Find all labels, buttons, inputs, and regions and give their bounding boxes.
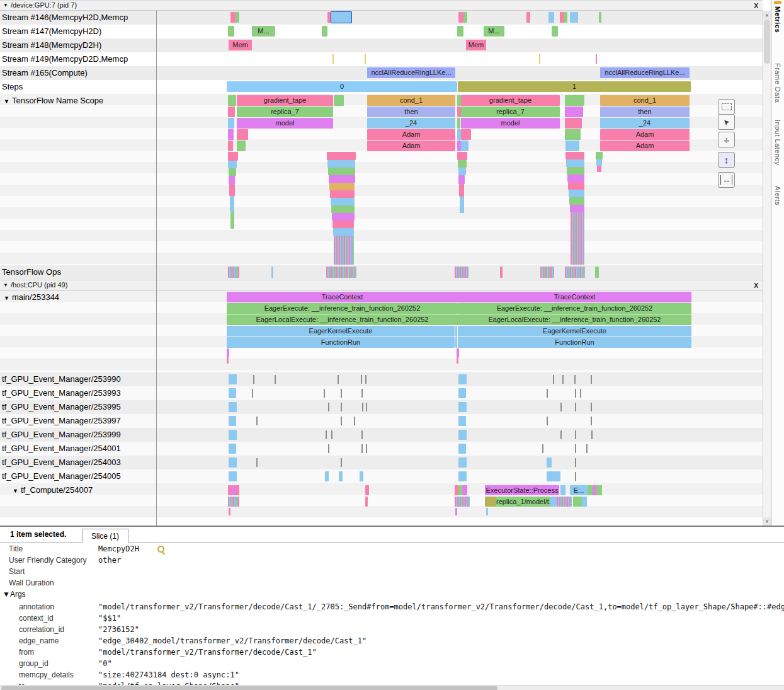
trace-slice[interactable] — [575, 472, 576, 481]
row-label-tf-compute[interactable]: ▼tf_Compute/254007 — [0, 483, 155, 497]
trace-slice[interactable] — [548, 12, 554, 23]
trace-slice[interactable] — [341, 417, 342, 425]
tab-alerts[interactable]: Alerts — [774, 186, 781, 205]
trace-slice-nccl[interactable]: ncclAllReduceRingLLKe... — [600, 67, 690, 78]
trace-slice[interactable] — [331, 430, 332, 439]
trace-slice[interactable] — [458, 374, 467, 384]
trace-slice[interactable] — [230, 12, 236, 23]
trace-slice-cluster[interactable] — [326, 267, 356, 278]
trace-slice[interactable] — [338, 375, 339, 384]
trace-slice[interactable] — [366, 444, 367, 453]
trace-slice[interactable] — [330, 190, 355, 198]
trace-slice[interactable] — [230, 196, 234, 211]
trace-slice[interactable] — [599, 12, 601, 23]
trace-slice-trace-context[interactable]: TraceContext — [458, 292, 691, 302]
trace-slice[interactable] — [328, 403, 329, 411]
trace-slice[interactable] — [341, 403, 342, 411]
trace-slice[interactable] — [328, 168, 355, 175]
trace-slice-model[interactable]: model — [237, 118, 333, 129]
trace-slice[interactable] — [341, 458, 342, 467]
collapse-arrow-icon[interactable]: ▼ — [3, 280, 8, 290]
trace-slice[interactable] — [332, 221, 354, 228]
magnifier-icon[interactable] — [157, 546, 164, 553]
trace-slice[interactable] — [228, 141, 233, 151]
trace-slice-replica7[interactable]: replica_7 — [237, 106, 333, 117]
trace-slice[interactable] — [458, 160, 467, 168]
vertical-zoom-tool-button[interactable]: ↕ — [718, 152, 735, 168]
trace-slice[interactable] — [500, 267, 503, 278]
selected-trace-slice[interactable] — [331, 11, 352, 23]
args-header-row[interactable]: ▼Args — [0, 589, 784, 600]
trace-slice-24[interactable]: _24 — [367, 118, 455, 129]
trace-slice[interactable] — [458, 430, 467, 440]
trace-slice[interactable] — [275, 375, 276, 384]
trace-slice[interactable] — [591, 403, 592, 411]
trace-slice[interactable] — [332, 54, 334, 64]
label-track-divider[interactable] — [156, 11, 157, 526]
trace-slice[interactable] — [236, 12, 239, 23]
trace-slice[interactable] — [365, 375, 366, 384]
trace-slice[interactable] — [595, 267, 599, 278]
tab-metrics[interactable]: Metrics — [774, 6, 781, 33]
trace-slice[interactable] — [237, 129, 248, 140]
trace-slice[interactable] — [457, 152, 467, 160]
trace-slice[interactable] — [455, 326, 457, 336]
trace-slice[interactable] — [256, 417, 258, 425]
trace-slice[interactable] — [229, 388, 236, 398]
trace-slice[interactable] — [461, 141, 469, 151]
trace-slice-memcpy[interactable]: M... — [484, 26, 504, 37]
trace-slice[interactable] — [565, 95, 584, 106]
trace-slice[interactable] — [573, 497, 582, 507]
trace-slice[interactable] — [575, 430, 576, 439]
trace-slice[interactable] — [229, 185, 235, 196]
trace-slice[interactable] — [229, 176, 235, 185]
trace-slice[interactable] — [322, 26, 327, 37]
trace-slice-function-run[interactable]: FunctionRun — [227, 337, 455, 348]
gpu-process-header[interactable]: ▼/device:GPU:7 (pid 7) X — [0, 0, 763, 11]
trace-slice[interactable] — [458, 416, 466, 426]
trace-slice-trace-context[interactable]: TraceContext — [227, 292, 458, 302]
trace-slice[interactable] — [365, 485, 369, 495]
trace-slice-eager-execute[interactable]: EagerExecute: __inference_train_function… — [458, 303, 691, 314]
close-cpu-button[interactable]: X — [754, 281, 758, 290]
trace-slice[interactable] — [271, 267, 273, 278]
trace-slice-24[interactable]: _24 — [600, 118, 690, 129]
trace-slice[interactable] — [361, 375, 362, 384]
timeline-vertical-scrollbar[interactable]: ▲ ▼ — [763, 11, 771, 526]
close-gpu-button[interactable]: X — [754, 1, 758, 11]
trace-slice[interactable] — [228, 118, 234, 129]
trace-slice[interactable] — [455, 337, 457, 348]
trace-slice[interactable] — [458, 402, 467, 412]
trace-slice-executor-state[interactable]: ExecutorState::Process — [485, 485, 559, 495]
trace-slice[interactable] — [460, 197, 464, 213]
trace-slice[interactable] — [569, 197, 584, 205]
trace-slice[interactable] — [526, 12, 530, 23]
trace-slice[interactable] — [575, 458, 576, 467]
trace-slice[interactable] — [334, 95, 344, 106]
trace-slice[interactable] — [354, 417, 355, 425]
trace-slice[interactable] — [333, 228, 354, 236]
trace-slice-adam[interactable]: Adam — [600, 129, 690, 140]
trace-slice-eager-local-execute[interactable]: EagerLocalExecute: __inference_train_fun… — [458, 314, 691, 325]
step-slice-1[interactable]: 1 — [458, 81, 691, 92]
trace-slice-cluster[interactable] — [565, 267, 585, 278]
scrollbar-thumb[interactable] — [1, 686, 497, 690]
trace-slice[interactable] — [570, 12, 578, 23]
trace-slice-cluster[interactable] — [571, 212, 584, 265]
trace-slice[interactable] — [256, 458, 258, 467]
trace-slice-nccl[interactable]: ncclAllReduceRingLLKe... — [367, 67, 455, 78]
trace-slice[interactable] — [329, 183, 355, 190]
trace-slice[interactable] — [486, 508, 488, 515]
trace-slice[interactable] — [327, 160, 355, 168]
trace-slice[interactable] — [553, 375, 554, 384]
trace-slice[interactable] — [360, 471, 363, 481]
trace-slice[interactable] — [237, 141, 246, 151]
tab-input-latency[interactable]: Input Latency — [774, 120, 781, 166]
trace-slice[interactable] — [560, 485, 565, 495]
trace-slice-cluster[interactable] — [455, 497, 470, 507]
trace-slice[interactable] — [227, 357, 229, 364]
trace-slice[interactable] — [596, 152, 603, 159]
trace-slice[interactable] — [327, 152, 356, 160]
trace-slice[interactable] — [457, 118, 460, 129]
trace-slice[interactable] — [229, 168, 236, 176]
